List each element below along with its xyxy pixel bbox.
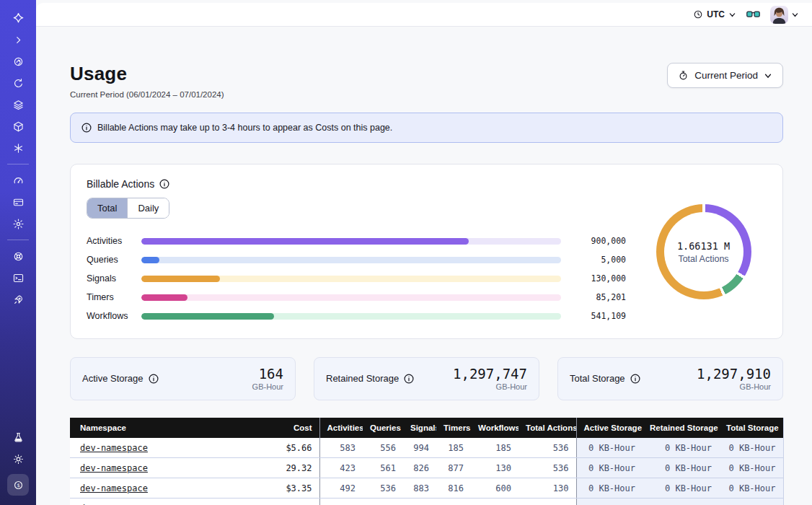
total-daily-toggle: TotalDaily xyxy=(87,198,169,219)
layers-icon[interactable] xyxy=(9,96,27,113)
account-menu[interactable] xyxy=(770,6,799,24)
info-icon[interactable] xyxy=(149,374,159,384)
banner-text: Billable Actions may take up to 3-4 hour… xyxy=(97,123,392,133)
cell-timers: 877 xyxy=(436,458,471,478)
settings-gear-icon[interactable] xyxy=(9,215,27,232)
cell-timers: 816 xyxy=(436,478,471,499)
temporal-logo-icon[interactable] xyxy=(9,9,27,27)
stopwatch-icon xyxy=(678,70,689,81)
total-storage-card: Total Storage 1,297,910 GB-Hour xyxy=(557,357,783,400)
cell-total-actions: 536 xyxy=(518,458,576,478)
cell-workflows xyxy=(471,499,518,505)
namespace-link[interactable]: dev-namespace xyxy=(80,483,148,493)
active-storage-value: 164 xyxy=(252,366,283,382)
bar-category-label: Activities xyxy=(87,236,141,246)
main-area: UTC Usage Current Period (06/01/2024 – 0… xyxy=(36,3,812,505)
cell-activities xyxy=(319,499,363,505)
cell-cost xyxy=(250,499,319,505)
history-icon[interactable] xyxy=(9,74,27,92)
usage-gauge-icon[interactable] xyxy=(9,172,27,189)
cell-active-storage: 0 KB-Hour xyxy=(576,458,643,478)
total-actions-donut-chart: 1.66131 M Total Actions xyxy=(656,204,751,299)
cell-signals xyxy=(403,499,436,505)
bar-row: Timers 85,201 xyxy=(87,288,626,307)
total-storage-value: 1,297,910 xyxy=(697,366,771,382)
cell-workflows: 600 xyxy=(471,478,518,499)
bar-value: 541,109 xyxy=(568,311,626,321)
col-header-timers: Timers xyxy=(436,418,471,438)
bar-category-label: Signals xyxy=(87,273,141,284)
namespace-link[interactable]: dev-namespace xyxy=(80,463,148,473)
info-icon[interactable] xyxy=(630,374,640,384)
cell-timers xyxy=(436,499,471,505)
total-storage-label: Total Storage xyxy=(570,373,625,384)
topbar: UTC xyxy=(36,3,812,27)
glasses-icon[interactable] xyxy=(746,9,760,19)
bar-fill xyxy=(141,313,274,320)
retained-storage-label: Retained Storage xyxy=(326,373,399,384)
tab-total[interactable]: Total xyxy=(87,198,127,218)
col-header-active-storage: Active Storage xyxy=(576,418,643,438)
info-banner: Billable Actions may take up to 3-4 hour… xyxy=(70,113,783,143)
timezone-selector[interactable]: UTC xyxy=(693,9,736,19)
current-period-subtitle: Current Period (06/01/2024 – 07/01/2024) xyxy=(70,90,224,99)
namespace-link[interactable]: dev-namespace xyxy=(80,443,148,453)
cell-queries: 556 xyxy=(363,438,403,458)
cell-cost: 29.32 xyxy=(250,458,319,478)
chevron-down-icon xyxy=(728,11,736,19)
tab-daily[interactable]: Daily xyxy=(127,198,169,218)
col-header-total-storage: Total Storage xyxy=(719,418,783,438)
cube-icon[interactable] xyxy=(9,118,27,135)
cell-retained-storage xyxy=(643,499,719,505)
usage-dollar-icon[interactable]: $ xyxy=(7,474,29,496)
storage-summary: Active Storage 164 GB-Hour Retained Stor… xyxy=(70,357,783,400)
expand-sidebar-icon[interactable] xyxy=(9,31,27,48)
billable-actions-card: Billable Actions TotalDaily Activities 9… xyxy=(70,164,783,339)
table-header-row: NamespaceCostActivitiesQueriesSignalsTim… xyxy=(70,418,783,438)
docs-terminal-icon[interactable] xyxy=(9,269,27,286)
billable-bars-chart: Activities 900,000 Queries 5,000 Signals… xyxy=(87,232,626,325)
nexus-asterisk-icon[interactable] xyxy=(9,139,27,157)
theme-sun-icon[interactable] xyxy=(9,450,27,467)
info-icon[interactable] xyxy=(159,179,169,189)
sidebar-divider xyxy=(7,164,29,164)
cell-signals: 994 xyxy=(403,438,436,458)
cell-total-storage xyxy=(719,499,783,505)
support-lifebuoy-icon[interactable] xyxy=(9,247,27,265)
cell-queries xyxy=(363,499,403,505)
retained-storage-unit: GB-Hour xyxy=(453,382,527,391)
info-icon xyxy=(81,123,92,133)
bar-row: Signals 130,000 xyxy=(87,269,626,288)
period-selector-button[interactable]: Current Period xyxy=(667,63,783,88)
donut-total-value: 1.66131 M xyxy=(677,240,730,252)
namespace-usage-table: NamespaceCostActivitiesQueriesSignalsTim… xyxy=(70,418,784,505)
rocket-icon[interactable] xyxy=(9,291,27,308)
cell-cost: $5.66 xyxy=(250,438,319,458)
col-header-signals: Signals xyxy=(403,418,436,438)
col-header-cost: Cost xyxy=(250,418,319,438)
col-header-activities: Activities xyxy=(319,418,363,438)
cell-timers: 185 xyxy=(436,438,471,458)
billing-card-icon[interactable] xyxy=(9,193,27,211)
namespaces-icon[interactable] xyxy=(9,53,27,70)
bar-fill xyxy=(141,238,469,245)
cell-total-actions: 536 xyxy=(518,438,576,458)
bar-category-label: Workflows xyxy=(87,311,141,321)
labs-flask-icon[interactable] xyxy=(9,429,27,446)
retained-storage-value: 1,297,747 xyxy=(453,366,527,382)
bar-track xyxy=(141,294,561,301)
bar-fill xyxy=(141,294,187,301)
col-header-workflows: Workflows xyxy=(471,418,518,438)
cell-activities: 492 xyxy=(319,478,363,499)
sidebar: $ xyxy=(0,0,36,505)
bar-track xyxy=(141,313,561,320)
bar-value: 85,201 xyxy=(568,292,626,302)
billable-actions-title: Billable Actions xyxy=(87,178,154,190)
cell-retained-storage: 0 KB-Hour xyxy=(643,478,719,499)
info-icon[interactable] xyxy=(404,374,414,384)
bar-row: Activities 900,000 xyxy=(87,232,626,250)
active-storage-card: Active Storage 164 GB-Hour xyxy=(70,357,296,400)
cell-total-actions: 130 xyxy=(518,478,576,499)
bar-row: Workflows 541,109 xyxy=(87,307,626,325)
retained-storage-card: Retained Storage 1,297,747 GB-Hour xyxy=(314,357,539,400)
